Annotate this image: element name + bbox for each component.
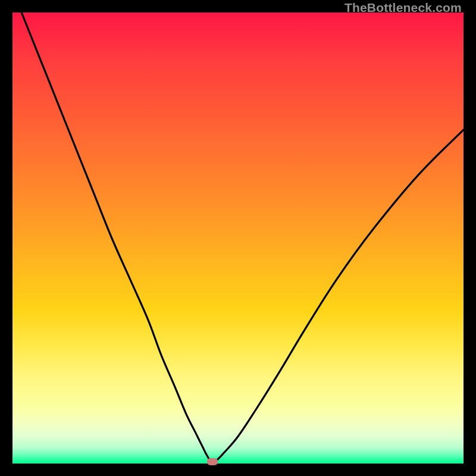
optimal-point-marker [207,458,218,465]
watermark-text: TheBottleneck.com [345,0,462,15]
bottleneck-curve [12,12,464,464]
chart-frame: TheBottleneck.com [0,0,476,476]
